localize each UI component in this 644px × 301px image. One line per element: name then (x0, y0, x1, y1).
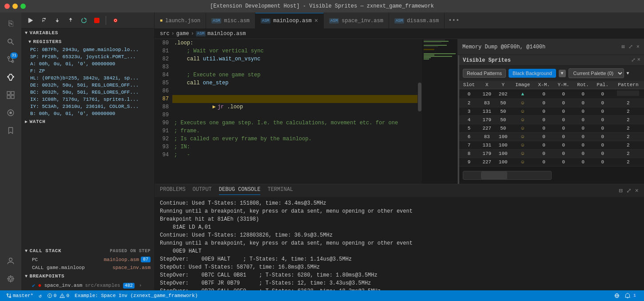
sprite-row-9: 9227100 ☺ 00002 (459, 158, 644, 166)
palette-dropdown-arrow[interactable]: ▼ (627, 71, 629, 76)
status-branch[interactable]: master* (4, 293, 36, 298)
status-errors[interactable]: 0 0 (44, 293, 72, 298)
registers-header[interactable]: ▼ Registers (21, 37, 154, 46)
status-sync[interactable]: ↺ (36, 293, 44, 299)
callstack-item-0[interactable]: PC mainloop.asm 87 (21, 255, 154, 264)
status-globe[interactable] (612, 293, 622, 298)
window-title: [Extension Development Host] - Visible S… (210, 3, 434, 9)
breakpoints-button[interactable] (110, 16, 121, 25)
continue-button[interactable] (25, 16, 36, 25)
breakpoints-arrow: ▼ (25, 274, 28, 279)
reload-patterns-button[interactable]: Reload Patterns (463, 69, 506, 78)
activity-icon-extensions[interactable] (3, 87, 19, 103)
tab-close-icon[interactable]: × (314, 17, 318, 24)
tab-disasm-lang: ASM (394, 18, 404, 24)
console-line-1: Running until a breakpoint, key press or… (160, 207, 639, 215)
activity-icon-remote[interactable] (3, 105, 19, 121)
tab-space-inv-asm[interactable]: ASM space_inv.asm (324, 13, 389, 28)
watch-header[interactable]: ▶ WATCH (21, 117, 154, 126)
svg-rect-6 (7, 91, 10, 95)
visible-sprites-expand-icon[interactable]: ⤢ (631, 57, 636, 63)
code-line-81: ; Wait vor vertical sync (172, 47, 422, 55)
tab-launch-json[interactable]: ■ launch.json (155, 13, 206, 28)
tab-misc-asm[interactable]: ASM misc.asm (206, 13, 255, 28)
black-background-button[interactable]: Black Background (509, 69, 556, 78)
svg-marker-19 (56, 20, 59, 22)
dropdown-arrow-bg[interactable]: ▼ (559, 70, 566, 77)
branch-name: master* (13, 293, 33, 298)
scrollbar-track[interactable] (417, 39, 422, 184)
svg-point-30 (62, 297, 63, 297)
svg-point-13 (9, 277, 12, 280)
col-image: Image (511, 81, 534, 89)
tab-mainloop-asm[interactable]: ASM mainloop.asm × (255, 13, 324, 28)
code-line-91: ; frame. (172, 127, 422, 135)
callstack-item-1[interactable]: CALL game.mainloop space_inv.asm (21, 264, 154, 272)
scrollbar-thumb[interactable] (418, 83, 421, 111)
activity-icon-search[interactable] (3, 34, 19, 50)
breakpoints-header[interactable]: ▼ BREAKPOINTS (21, 272, 154, 281)
col-rot: Rot. (573, 81, 593, 89)
breakpoint-item-0[interactable]: ✔ ● space_inv.asm src/examples 482 › (21, 281, 154, 290)
maximize-button[interactable] (20, 4, 26, 9)
code-line-82: call util.wait_on_vsync (172, 55, 422, 63)
palette-select[interactable]: Current Palette (0) (568, 68, 624, 78)
notification-badge: 1 (632, 293, 638, 299)
tab-space-inv-label: space_inv.asm (342, 18, 383, 24)
activity-icon-settings[interactable] (3, 271, 19, 287)
pattern-scrollbar[interactable] (463, 171, 552, 180)
tab-mainloop-asm-lang: ASM (261, 18, 270, 24)
close-button[interactable] (4, 4, 10, 9)
breakpoints-section: ▼ BREAKPOINTS ✔ ● space_inv.asm src/exam… (21, 272, 154, 290)
status-notification[interactable]: 1 (622, 293, 640, 299)
tab-overflow-button[interactable]: ••• (445, 17, 463, 24)
stop-button[interactable] (91, 16, 102, 25)
variables-header[interactable]: ▼ VARIABLES (21, 28, 154, 37)
col-slot: Slot (459, 81, 479, 89)
console-filter-icon[interactable]: ⊟ (619, 187, 622, 194)
activity-icon-bookmarks[interactable] (3, 123, 19, 139)
callstack-label-0: PC (32, 257, 59, 262)
tab-problems[interactable]: PROBLEMS (160, 186, 186, 195)
code-line-83 (172, 63, 422, 71)
var-hl: HL: (0F02h)b=255, 3842u, 3842i, sp... (21, 75, 154, 82)
variables-section: ▼ VARIABLES ▼ Registers PC: 0B7Fh, 2943u… (21, 28, 154, 117)
sprite-table: Slot X Y Image X-M. Y-M. Rot. Pal. Patte… (459, 81, 644, 166)
col-xm: X-M. (534, 81, 554, 89)
tab-launch-json-label: launch.json (165, 18, 200, 24)
console-expand-icon[interactable]: ⤢ (626, 187, 632, 194)
right-panel-header: Memory Dump @0F00h, @1400h ⊞ ⤢ × (458, 39, 644, 55)
col-pal: Pal. (593, 81, 612, 89)
sprite-row-0: 0120202 ▲ 0000 (459, 89, 644, 99)
code-line-94: ; - (172, 151, 422, 159)
activity-icon-accounts[interactable] (3, 253, 19, 269)
restart-button[interactable] (78, 16, 90, 25)
var-bc: BC: 0032h, 50u, 50i, REG_LORES_OFF... (21, 89, 154, 96)
bottom-panel: PROBLEMS OUTPUT DEBUG CONSOLE TERMINAL ⊟… (155, 184, 644, 290)
tab-terminal[interactable]: TERMINAL (267, 186, 293, 195)
step-into-button[interactable] (52, 16, 63, 25)
call-stack-header[interactable]: ▼ CALL STACK PAUSED ON STEP (21, 246, 154, 255)
code-line-90: ; Executes one game step. I.e. the calcu… (172, 119, 422, 127)
tab-disasm-label: disasm.asm (407, 18, 439, 24)
minimize-button[interactable] (12, 4, 18, 9)
visible-sprites-close-icon[interactable]: × (637, 57, 640, 63)
tab-output[interactable]: OUTPUT (193, 186, 212, 195)
step-out-button[interactable] (65, 16, 76, 25)
activity-icon-debug[interactable] (3, 69, 19, 85)
step-over-button[interactable] (38, 16, 50, 25)
bp-expand-icon[interactable]: › (139, 283, 142, 288)
panel-icon-grid[interactable]: ⊞ (622, 44, 625, 50)
tab-disasm-asm[interactable]: ASM disasm.asm (389, 13, 445, 28)
tab-bar: ■ launch.json ASM misc.asm ASM mainloop.… (155, 12, 644, 28)
activity-icon-source-control[interactable]: 31 (3, 51, 19, 67)
panel-icon-expand[interactable]: ⤢ (628, 44, 633, 50)
svg-point-2 (8, 56, 10, 59)
status-example[interactable]: Example: Space Inv (zxnext_game_framewor… (72, 293, 200, 298)
tab-debug-console[interactable]: DEBUG CONSOLE (219, 186, 261, 195)
activity-icon-explorer[interactable]: ⎘ (3, 16, 19, 32)
panel-icon-close[interactable]: × (636, 44, 640, 50)
pattern-scrollbar-thumb[interactable] (481, 171, 507, 179)
svg-marker-14 (29, 18, 33, 23)
console-close-icon[interactable]: × (635, 187, 639, 194)
